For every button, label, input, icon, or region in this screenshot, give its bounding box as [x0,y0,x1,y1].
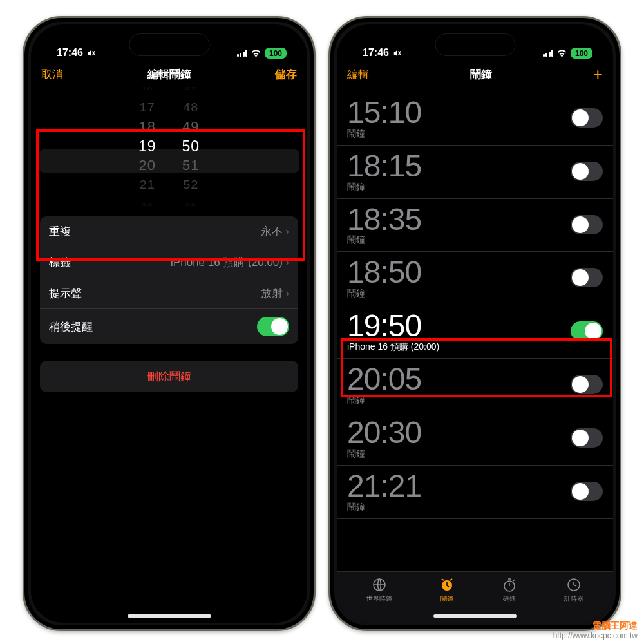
globe-icon [372,577,387,592]
chevron-right-icon: › [285,287,289,300]
status-time: 17:46 [57,47,83,59]
sound-label: 提示聲 [49,286,82,301]
alarm-label: 鬧鐘 [347,182,421,193]
snooze-label: 稍後提醒 [49,319,93,334]
alarm-label: 鬧鐘 [347,128,421,140]
alarm-time: 18:35 [347,203,421,236]
alarm-row[interactable]: 18:50鬧鐘 [337,252,613,305]
alarm-toggle[interactable] [571,215,603,234]
sound-row[interactable]: 提示聲 放射› [40,278,298,308]
mute-icon [86,48,95,58]
nav-bar: 編輯 鬧鐘 + [337,60,613,88]
alarm-label: 鬧鐘 [347,395,421,406]
alarm-row[interactable]: 20:05鬧鐘 [337,359,613,412]
battery-indicator: 100 [265,48,287,59]
status-time: 17:46 [363,47,389,59]
time-picker[interactable]: 16 17 18 19 20 21 22 47 48 49 50 51 52 5… [31,91,307,207]
alarm-toggle[interactable] [571,268,603,287]
wifi-icon [251,50,261,57]
alarm-label: 鬧鐘 [347,288,421,299]
timer-icon [566,577,582,592]
hour-wheel[interactable]: 16 17 18 19 20 21 22 [138,79,156,220]
snooze-toggle[interactable] [257,317,289,336]
alarm-icon [439,577,455,592]
dynamic-island [435,33,515,56]
alarm-settings: 重複 永不› 標籤 iPhone 16 預購 (20:00)› 提示聲 放射› … [40,216,298,344]
alarm-label: 鬧鐘 [347,234,421,246]
label-row[interactable]: 標籤 iPhone 16 預購 (20:00)› [40,247,298,278]
alarm-time: 20:05 [347,363,421,396]
alarm-label: 鬧鐘 [347,448,421,460]
alarm-label: 鬧鐘 [347,502,421,513]
alarm-toggle[interactable] [571,321,603,341]
battery-indicator: 100 [571,48,592,59]
home-indicator[interactable] [128,614,211,618]
repeat-row[interactable]: 重複 永不› [40,216,298,247]
alarm-label: iPhone 16 預購 (20:00) [347,341,439,353]
alarm-time: 19:50 [347,309,439,343]
alarm-row[interactable]: 20:30鬧鐘 [337,412,613,466]
chevron-right-icon: › [285,256,289,269]
stopwatch-icon [502,577,517,592]
tab-world-clock[interactable]: 世界時鐘 [366,577,392,623]
alarm-toggle[interactable] [571,482,603,501]
alarm-row[interactable]: 15:10鬧鐘 [337,92,613,146]
delete-alarm-button[interactable]: 刪除鬧鐘 [40,361,298,392]
alarm-time: 15:10 [347,96,421,129]
alarm-time: 18:50 [347,256,421,289]
phone-edit-alarm: 17:46 100 取消 編輯鬧鐘 儲存 16 17 18 19 20 21 2… [23,16,316,631]
watermark: 電腦王阿達 http://www.kocpc.com.tw [553,620,638,640]
home-indicator[interactable] [433,614,517,618]
add-alarm-button[interactable]: + [593,66,603,82]
alarm-toggle[interactable] [571,108,603,128]
label-label: 標籤 [49,255,71,270]
alarm-time: 20:30 [347,416,421,450]
alarm-row[interactable]: 18:35鬧鐘 [337,199,613,252]
mute-icon [392,48,401,58]
alarm-time: 18:15 [347,149,421,183]
chevron-right-icon: › [285,225,289,238]
alarm-toggle[interactable] [571,162,603,181]
alarm-row[interactable]: 19:50iPhone 16 預購 (20:00) [337,305,613,359]
alarm-toggle[interactable] [571,375,603,394]
alarm-toggle[interactable] [571,428,603,448]
alarm-row[interactable]: 21:21鬧鐘 [337,466,613,519]
tab-timer[interactable]: 計時器 [564,577,583,623]
nav-title: 鬧鐘 [470,67,492,82]
repeat-label: 重複 [49,224,71,239]
edit-button[interactable]: 編輯 [347,67,369,82]
phone-alarm-list: 17:46 100 編輯 鬧鐘 + 15:10鬧鐘18:15鬧鐘18:35鬧鐘1… [328,16,621,631]
cell-signal-icon [237,50,248,57]
alarm-time: 21:21 [347,469,421,503]
cell-signal-icon [543,50,554,57]
minute-wheel[interactable]: 47 48 49 50 51 52 53 [182,79,200,220]
alarms-list[interactable]: 15:10鬧鐘18:15鬧鐘18:35鬧鐘18:50鬧鐘19:50iPhone … [337,88,613,571]
dynamic-island [129,33,209,56]
alarm-row[interactable]: 18:15鬧鐘 [337,146,613,199]
wifi-icon [556,50,567,57]
snooze-row: 稍後提醒 [40,308,298,344]
